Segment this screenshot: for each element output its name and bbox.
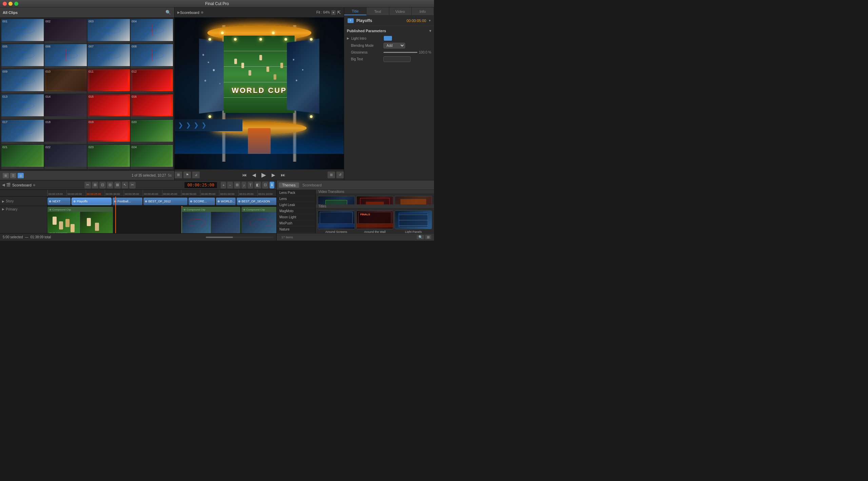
- clip-item[interactable]: 012: [131, 69, 173, 94]
- viewer-expand-button[interactable]: ⇱: [337, 10, 341, 15]
- timeline-back-button[interactable]: ◀: [2, 183, 5, 187]
- tl-tool-select[interactable]: ↖: [122, 182, 128, 188]
- story-clip-football[interactable]: ⊕ Football...: [113, 198, 142, 205]
- tl-tool-blade[interactable]: ✂: [129, 182, 136, 188]
- clip-item[interactable]: 019: [87, 120, 130, 144]
- tl-zoom-in[interactable]: +: [221, 182, 226, 188]
- tl-tool-6[interactable]: ⊞: [234, 182, 240, 188]
- tl-tool-10[interactable]: ⊡: [262, 182, 269, 188]
- param-dropdown-blending[interactable]: Add Normal Multiply: [383, 43, 405, 48]
- fast-forward-button[interactable]: ⏭: [279, 172, 288, 178]
- step-back-button[interactable]: ◀: [250, 172, 258, 178]
- inspector-expand-button[interactable]: ▾: [429, 19, 431, 22]
- step-forward-button[interactable]: ▶: [270, 172, 277, 178]
- param-input-bigtext[interactable]: [383, 56, 411, 62]
- compound-clip-1[interactable]: ⊕ Compound Clip 28 80 SO: [47, 207, 113, 233]
- theme-magmoto[interactable]: MagMoto: [277, 208, 315, 214]
- story-clip-next[interactable]: ⊕ NEXT: [47, 198, 71, 205]
- tl-tool-3[interactable]: ⊡: [99, 182, 106, 188]
- clip-item[interactable]: 018: [44, 120, 87, 144]
- clip-item[interactable]: 004: [131, 19, 173, 43]
- tab-text[interactable]: Text: [367, 7, 389, 15]
- search-button[interactable]: 🔍: [165, 9, 172, 16]
- clip-item[interactable]: 021: [1, 145, 44, 169]
- tl-tool-2[interactable]: ⊞: [92, 182, 98, 188]
- tl-tool-9[interactable]: ◧: [254, 182, 261, 188]
- clip-item[interactable]: 008: [131, 44, 173, 68]
- clip-item[interactable]: 022: [44, 145, 87, 169]
- story-clip-best2012[interactable]: ⊕ BEST_OF_2012: [143, 198, 188, 205]
- theme-lens[interactable]: Lens: [277, 196, 315, 202]
- story-clip-playoffs[interactable]: ⊕ Playoffs: [72, 198, 112, 205]
- close-button[interactable]: [3, 2, 7, 6]
- tl-tool-4[interactable]: ⊟: [107, 182, 113, 188]
- clip-item[interactable]: 014: [44, 94, 87, 119]
- clip-item[interactable]: 011: [87, 69, 130, 94]
- view-icon-3[interactable]: ▦: [18, 173, 24, 178]
- theme-mixpush[interactable]: MixPush: [277, 220, 315, 226]
- clip-item[interactable]: 003: [87, 19, 130, 43]
- theme-light-leak[interactable]: Light Leak: [277, 202, 315, 208]
- themes-tab-themes[interactable]: Themes: [279, 182, 299, 188]
- fit-dropdown-button[interactable]: ▾: [331, 10, 336, 15]
- clip-item[interactable]: 013: [1, 94, 44, 119]
- theme-lens-pack[interactable]: Lens Pack: [277, 190, 315, 196]
- tl-tool-1[interactable]: ✂: [84, 182, 91, 188]
- thumb-transition-01[interactable]: Transition 01: [318, 196, 355, 204]
- track-label-compound: ▶ Primary: [0, 206, 47, 233]
- timeline-scrollbar[interactable]: [206, 237, 274, 238]
- tl-tool-info[interactable]: ℹ: [270, 182, 274, 188]
- clip-item[interactable]: 007: [87, 44, 130, 68]
- clip-item[interactable]: 017: [1, 120, 44, 144]
- thumb-transition-03[interactable]: Transition 03: [395, 196, 432, 204]
- clip-item[interactable]: 002: [44, 19, 87, 43]
- clip-item[interactable]: 006: [44, 44, 87, 68]
- themes-tab-scoreboard[interactable]: Scoreboard: [299, 182, 325, 188]
- tab-title[interactable]: Title: [344, 7, 367, 15]
- rewind-to-start-button[interactable]: ⏮: [240, 172, 249, 178]
- maximize-button[interactable]: [14, 2, 18, 6]
- viewer-icon-3[interactable]: ⊿: [192, 172, 200, 178]
- thumb-around-screens[interactable]: Around Screens: [318, 211, 355, 233]
- clip-item[interactable]: 009: [1, 69, 44, 94]
- tl-tool-8[interactable]: T: [248, 182, 253, 188]
- clip-item[interactable]: 024: [131, 145, 173, 169]
- tl-tool-5[interactable]: ⊠: [114, 182, 121, 188]
- tl-tool-7[interactable]: ♪: [241, 182, 247, 188]
- published-params-expand[interactable]: ▾: [429, 28, 431, 33]
- clip-item[interactable]: 010: [44, 69, 87, 94]
- compound-clip-2[interactable]: ⊕ Compound Clip ○: [182, 207, 240, 233]
- clip-item[interactable]: 015: [87, 94, 130, 119]
- thumb-transition-02[interactable]: Transition 02: [356, 196, 394, 204]
- viewer-title: Scoreboard: [180, 11, 199, 15]
- viewer-icon-1[interactable]: ⊞: [175, 172, 182, 178]
- clip-item[interactable]: 020: [131, 120, 173, 144]
- minimize-button[interactable]: [8, 2, 13, 6]
- viewer-icon-2[interactable]: ⚑: [183, 172, 191, 178]
- clip-item[interactable]: 005: [1, 44, 44, 68]
- param-color-light-intro[interactable]: [384, 36, 392, 41]
- themes-grid-button[interactable]: ⊞: [425, 235, 431, 239]
- thumb-light-panels[interactable]: Light Panels: [395, 211, 432, 233]
- tl-zoom-out[interactable]: −: [227, 182, 233, 188]
- tab-info[interactable]: Info: [412, 7, 434, 15]
- theme-nature[interactable]: Nature: [277, 226, 315, 233]
- clip-grid: 001 002 003 004 005 006 007 008 009 010 …: [0, 18, 174, 171]
- view-icon-2[interactable]: ☰: [10, 173, 16, 178]
- theme-moon-light[interactable]: Moon Light: [277, 214, 315, 220]
- tab-video[interactable]: Video: [389, 7, 412, 15]
- compound-clip-3[interactable]: ⊕ Compound Clip: [241, 207, 276, 233]
- themes-search-button[interactable]: 🔍: [417, 235, 424, 239]
- clip-item[interactable]: 001: [1, 19, 44, 43]
- story-clip-world[interactable]: ⊕ WORLD...: [216, 198, 236, 205]
- viewer-icon-5[interactable]: ↺: [336, 172, 344, 178]
- clip-item[interactable]: 016: [131, 94, 173, 119]
- view-icon-1[interactable]: ⊞: [3, 173, 9, 178]
- play-button[interactable]: ▶: [259, 171, 268, 179]
- param-expand-light-intro[interactable]: ▶: [347, 37, 349, 40]
- clip-item[interactable]: 023: [87, 145, 130, 169]
- viewer-icon-4[interactable]: ⊞: [328, 172, 335, 178]
- story-clip-best-season[interactable]: ⊕ BEST_OF_SEASON: [237, 198, 276, 205]
- thumb-around-wall[interactable]: FINALS Around the Wall: [356, 211, 394, 233]
- story-clip-score[interactable]: ⊕ SCORE...: [189, 198, 215, 205]
